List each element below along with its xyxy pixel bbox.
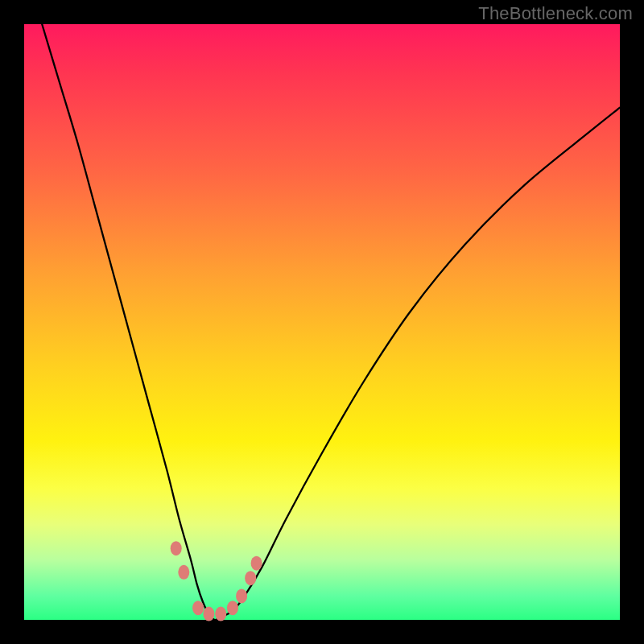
marker-dot (236, 588, 247, 603)
marker-dot (251, 556, 262, 571)
marker-dot (245, 571, 256, 585)
marker-dot (203, 607, 214, 621)
watermark-text: TheBottleneck.com (478, 3, 633, 24)
curve-markers (171, 541, 262, 621)
marker-dot (178, 565, 189, 580)
curve-path (42, 24, 620, 620)
chart-frame: TheBottleneck.com (0, 0, 644, 644)
curve-layer (24, 24, 620, 620)
marker-dot (215, 607, 226, 621)
marker-dot (192, 601, 204, 615)
bottleneck-curve (42, 24, 620, 620)
marker-dot (171, 541, 182, 555)
marker-dot (227, 601, 238, 615)
